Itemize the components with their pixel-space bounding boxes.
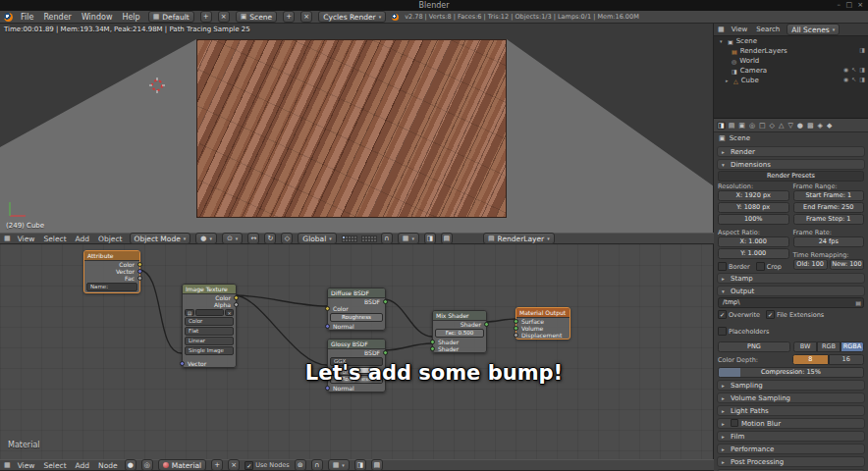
remap-new-field[interactable]: New: 100 (830, 259, 864, 270)
node-menu-select[interactable]: Select (41, 461, 68, 470)
browse-image-icon[interactable]: ▤ (185, 309, 194, 316)
visibility-toggle-icon[interactable]: ◉ (843, 76, 848, 82)
panel-light-paths[interactable]: ▸ Light Paths (717, 405, 865, 416)
panel-film[interactable]: ▸ Film (717, 431, 865, 442)
interpolation-dropdown[interactable]: Linear (185, 337, 234, 345)
socket-displacement-input[interactable] (514, 333, 518, 338)
panel-post-processing[interactable]: ▸ Post Processing (717, 456, 865, 467)
menu-window[interactable]: Window (80, 13, 115, 22)
aspect-x-field[interactable]: X: 1.000 (718, 236, 789, 247)
roughness-slider[interactable]: Roughness (330, 313, 383, 322)
socket-bsdf-output[interactable] (383, 299, 388, 304)
scene-dropdown[interactable]: ▣ Scene (236, 11, 278, 23)
tab-texture-icon[interactable]: ▩ (806, 122, 815, 130)
screen-layout-dropdown[interactable]: ▦ Default (148, 11, 194, 23)
add-scene-button[interactable]: + (283, 11, 295, 23)
output-path-field[interactable]: /tmp\ ▤ (718, 297, 864, 308)
node-title[interactable]: Attribute (84, 251, 139, 261)
add-material-button[interactable]: + (211, 459, 223, 471)
outliner-row-scene[interactable]: ▾ ▣ Scene (714, 36, 868, 46)
material-datablock-dropdown[interactable]: Material (158, 459, 206, 471)
node-menu-node[interactable]: Node (96, 461, 120, 470)
panel-motion-blur[interactable]: ▸ Motion Blur (717, 418, 865, 429)
outliner-row-renderlayers[interactable]: ▤ RenderLayers ◨ (714, 46, 868, 56)
socket-surface-input[interactable] (514, 319, 518, 324)
socket-color-output[interactable] (137, 262, 142, 267)
editor-type-icon[interactable]: ▦ (4, 235, 11, 242)
remap-old-field[interactable]: Old: 100 (793, 259, 828, 270)
overwrite-checkbox[interactable]: ✓ Overwrite (718, 310, 760, 319)
resolution-y-field[interactable]: Y: 1080 px (718, 202, 789, 213)
checkbox-box[interactable] (718, 262, 727, 271)
tab-material-icon[interactable]: ● (796, 122, 804, 130)
end-frame-field[interactable]: End Frame: 250 (793, 202, 865, 213)
node-attribute[interactable]: Attribute Color Vector Fac Name: (83, 250, 140, 293)
mode-dropdown[interactable]: Object Mode ▾ (130, 233, 191, 244)
viewport-3d[interactable]: Time:00:01.89 | Mem:193.34M, Peak:214.98… (0, 24, 714, 233)
socket-alpha-output[interactable] (234, 302, 239, 307)
panel-stamp[interactable]: ▸ Stamp (717, 273, 865, 284)
socket-shader-output[interactable] (484, 322, 489, 327)
viewport-menu-view[interactable]: View (16, 235, 37, 243)
menu-help[interactable]: Help (120, 13, 141, 22)
resolution-x-field[interactable]: X: 1920 px (718, 190, 789, 201)
socket-fac-output[interactable] (137, 276, 142, 281)
viewport-menu-object[interactable]: Object (96, 235, 124, 243)
socket-color-output[interactable] (234, 295, 239, 300)
outliner-scope-dropdown[interactable]: All Scenes ▾ (787, 24, 840, 35)
snap-element-dropdown[interactable]: ▦ ▾ (328, 459, 350, 471)
minimize-button[interactable]: – (838, 1, 841, 9)
add-layout-button[interactable]: + (200, 11, 212, 23)
pivot-dropdown[interactable]: ⊙ ▾ (222, 233, 243, 244)
tab-modifiers-icon[interactable]: △ (778, 122, 785, 130)
checkbox-box[interactable] (756, 262, 765, 271)
node-material-output[interactable]: Material Output Surface Volume Displacem… (515, 307, 570, 340)
source-dropdown[interactable]: Single Image (185, 346, 234, 355)
folder-icon[interactable]: ▤ (855, 298, 861, 307)
outliner-menu-view[interactable]: View (730, 26, 750, 33)
outliner-row-world[interactable]: ◎ World (714, 56, 868, 66)
panel-dimensions[interactable]: ▾ Dimensions (717, 159, 865, 170)
image-name-field[interactable] (195, 309, 224, 316)
editor-type-icon[interactable]: ▦ (718, 26, 725, 33)
color-space-dropdown[interactable]: Color (185, 317, 234, 326)
motion-blur-checkbox[interactable] (731, 419, 738, 427)
node-image-texture[interactable]: Image Texture Color Alpha ▤ × Color Flat… (182, 284, 237, 368)
socket-volume-input[interactable] (514, 326, 518, 331)
tab-data-icon[interactable]: ▽ (787, 122, 793, 130)
shading-dropdown[interactable]: ● ▾ (195, 233, 217, 244)
image-datablock-selector[interactable]: ▤ × (185, 309, 234, 316)
outliner-row-camera[interactable]: ◨ Camera ◉ ↖ ◨ (714, 66, 868, 76)
snap-magnet-button[interactable]: ∩ (381, 233, 393, 244)
socket-vector-output[interactable] (137, 269, 142, 274)
resolution-percentage-slider[interactable]: 100% (718, 214, 789, 225)
tab-physics-icon[interactable]: ◆ (826, 122, 833, 130)
render-animation-button[interactable]: ▤ (371, 459, 383, 471)
rgb-button[interactable]: RGB (817, 341, 841, 352)
node-menu-add[interactable]: Add (74, 461, 92, 470)
shader-type-object-button[interactable]: ● (125, 459, 136, 471)
file-extensions-checkbox[interactable]: ✓ File Extensions (766, 310, 824, 319)
file-format-dropdown[interactable]: PNG (718, 341, 790, 352)
outliner-row-cube[interactable]: ▸ △ Cube ◉ ↖ ◨ (714, 76, 868, 85)
render-still-button[interactable]: ◨ (354, 459, 366, 471)
editor-type-icon[interactable]: ▦ (4, 461, 11, 469)
node-diffuse-bsdf[interactable]: Diffuse BSDF BSDF Color Roughness Normal (327, 288, 386, 331)
socket-normal-input[interactable] (325, 386, 330, 391)
menu-file[interactable]: File (19, 13, 35, 22)
attribute-name-field[interactable]: Name: (86, 283, 137, 291)
projection-dropdown[interactable]: Flat (185, 327, 234, 336)
menu-render[interactable]: Render (41, 13, 73, 22)
rgba-button[interactable]: RGBA (841, 341, 864, 352)
manipulator-translate-button[interactable]: ↔ (247, 233, 259, 244)
socket-normal-input[interactable] (325, 324, 330, 329)
node-menu-view[interactable]: View (16, 461, 37, 470)
panel-render[interactable]: ▸ Render (717, 146, 865, 157)
start-frame-field[interactable]: Start Frame: 1 (793, 190, 865, 201)
node-title[interactable]: Material Output (516, 308, 570, 318)
socket-shader-input-1[interactable] (430, 340, 435, 344)
fps-dropdown[interactable]: 24 fps (793, 236, 865, 247)
pin-button[interactable]: ⊚ (295, 459, 306, 471)
checkbox-box[interactable]: ✓ (766, 310, 775, 319)
layers-widget-2[interactable] (361, 236, 376, 241)
